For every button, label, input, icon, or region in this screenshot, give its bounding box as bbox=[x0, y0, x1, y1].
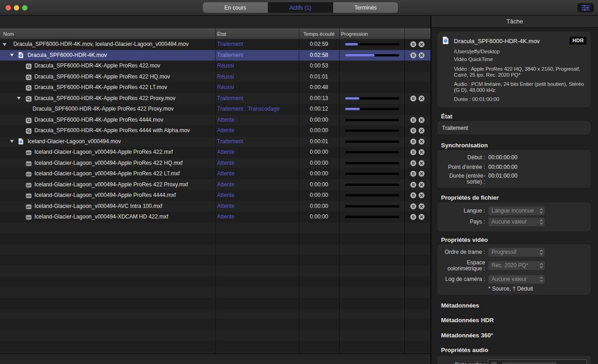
job-elapsed-time: 0:00:48 bbox=[299, 82, 339, 93]
pause-job-button[interactable] bbox=[410, 192, 416, 198]
field-label: Début : bbox=[437, 155, 485, 161]
progress-bar bbox=[345, 97, 399, 100]
langue-dropdown[interactable]: Langue inconnue bbox=[488, 207, 545, 215]
pause-job-button[interactable] bbox=[410, 128, 416, 134]
job-status: Traitement bbox=[217, 39, 243, 50]
segment-en-cours[interactable]: En cours bbox=[203, 2, 268, 13]
progress-bar bbox=[345, 119, 399, 121]
segment-actifs[interactable]: Actifs (1) bbox=[268, 2, 333, 13]
disclosure-triangle-icon[interactable] bbox=[10, 140, 14, 143]
audio-track-checkbox[interactable] bbox=[491, 362, 497, 364]
section-header-proprietes-video: Propriétés vidéo bbox=[441, 236, 488, 243]
column-header-temps-ecoule[interactable]: Temps écoulé bbox=[299, 29, 339, 39]
cancel-job-button[interactable] bbox=[419, 117, 425, 123]
job-status: Attente bbox=[217, 201, 235, 212]
job-kind: Vidéo QuickTime bbox=[454, 56, 587, 62]
column-header-etat[interactable]: État bbox=[217, 29, 226, 39]
minimize-window-button[interactable] bbox=[14, 5, 19, 11]
inspector-toggle-button[interactable] bbox=[577, 3, 594, 12]
cancel-job-button[interactable] bbox=[419, 139, 425, 145]
job-name: Dracula_SPF6000-HDR-4K.mov, Iceland-Glac… bbox=[13, 39, 189, 50]
progress-bar bbox=[345, 162, 399, 164]
column-header-progression[interactable]: Progression bbox=[341, 29, 368, 39]
pause-job-button[interactable] bbox=[410, 52, 416, 58]
column-header-nom[interactable]: Nom bbox=[3, 29, 14, 39]
field-label: Durée (entrée-sortie) : bbox=[437, 173, 485, 185]
disclosure-triangle-icon[interactable] bbox=[3, 43, 6, 46]
column-divider bbox=[339, 28, 340, 353]
progress-bar bbox=[345, 173, 399, 175]
progress-bar bbox=[345, 151, 399, 153]
disclosure-triangle-icon[interactable] bbox=[17, 97, 21, 100]
pause-job-button[interactable] bbox=[410, 139, 416, 145]
title-bar: En coursActifs (1)Terminés bbox=[0, 0, 598, 16]
cancel-job-button[interactable] bbox=[419, 203, 425, 209]
job-status: Attente bbox=[217, 158, 235, 169]
job-name: Dracula_SPF6000-HDR-4K-Apple ProRes 422.… bbox=[34, 61, 160, 72]
cancel-job-button[interactable] bbox=[419, 149, 425, 155]
quicktime-output-icon bbox=[26, 74, 32, 82]
field-label: Ordre de trame : bbox=[437, 249, 485, 255]
section-header-proprietes-audio: Propriétés audio bbox=[441, 347, 488, 353]
pause-job-button[interactable] bbox=[410, 171, 416, 177]
field-label: Pays : bbox=[437, 219, 485, 225]
cancel-job-button[interactable] bbox=[419, 41, 425, 47]
batch-table: Nom État Temps écoulé Progression Dracul… bbox=[0, 16, 430, 364]
video-properties-card: Ordre de trame : Progressif Espace color… bbox=[437, 244, 591, 295]
job-name: Iceland-Glacier-Lagoon_v000494-Apple Pro… bbox=[34, 158, 183, 169]
quicktime-output-icon bbox=[26, 95, 32, 104]
mxf-output-icon: MXF bbox=[26, 182, 32, 190]
pause-job-button[interactable] bbox=[410, 149, 416, 155]
pause-job-button[interactable] bbox=[410, 95, 416, 101]
job-name: Dracula_SPF6000-HDR-4K.mov bbox=[28, 50, 107, 61]
ordre-de-trame-dropdown[interactable]: Progressif bbox=[488, 248, 545, 257]
dropdown-value: Aucune valeur bbox=[492, 276, 527, 282]
job-elapsed-time: 0:00:00 bbox=[299, 147, 339, 158]
cancel-job-button[interactable] bbox=[419, 171, 425, 177]
pays-dropdown[interactable]: Aucune valeur bbox=[488, 218, 545, 226]
close-window-button[interactable] bbox=[6, 5, 11, 11]
zoom-window-button[interactable] bbox=[22, 5, 28, 11]
cancel-job-button[interactable] bbox=[419, 95, 425, 101]
table-footer-bar bbox=[0, 353, 430, 364]
progress-bar bbox=[345, 43, 399, 45]
espace-colorimetrique-dropdown[interactable]: Rec. 2020 PQ* bbox=[488, 261, 545, 270]
mxf-output-icon: MXF bbox=[26, 203, 32, 212]
etat-value: Traitement bbox=[442, 125, 468, 131]
job-name: Dracula_SPF6000-HDR-4K-Apple ProRes 422 … bbox=[34, 82, 167, 93]
job-status: Réussi bbox=[217, 61, 234, 72]
dropdown-value: Rec. 2020 PQ* bbox=[492, 262, 528, 269]
pause-job-button[interactable] bbox=[410, 203, 416, 209]
pause-job-button[interactable] bbox=[410, 160, 416, 166]
synchronisation-card: Début : 00:00:00:00 Point d’entrée : 00:… bbox=[437, 150, 591, 188]
audio-track-dropdown[interactable]: Stéréo (G D) bbox=[502, 362, 557, 364]
cancel-job-button[interactable] bbox=[419, 214, 425, 220]
quicktime-movie-file-icon bbox=[442, 36, 449, 45]
pause-job-button[interactable] bbox=[410, 41, 416, 47]
segment-termines[interactable]: Terminés bbox=[333, 2, 398, 13]
chevron-up-down-icon bbox=[539, 219, 543, 225]
pause-job-button[interactable] bbox=[410, 214, 416, 220]
job-path: /Users/jeffy/Desktop bbox=[454, 49, 587, 55]
disclosure-triangle-icon[interactable] bbox=[10, 54, 14, 56]
job-status: Attente bbox=[217, 212, 235, 223]
job-elapsed-time: 0:02:58 bbox=[299, 50, 339, 61]
progress-bar bbox=[345, 216, 399, 218]
job-name: Dracula_SPF6000-HDR-4K-Apple ProRes 422 … bbox=[33, 104, 173, 115]
svg-text:MXF: MXF bbox=[27, 152, 31, 154]
pause-job-button[interactable] bbox=[410, 117, 416, 123]
cancel-job-button[interactable] bbox=[419, 182, 425, 188]
cancel-job-button[interactable] bbox=[419, 128, 425, 134]
job-status: Traitement bbox=[217, 50, 243, 61]
progress-bar bbox=[345, 54, 399, 56]
cancel-job-button[interactable] bbox=[419, 52, 425, 58]
job-elapsed-time: 0:01:01 bbox=[299, 72, 339, 83]
cancel-job-button[interactable] bbox=[419, 160, 425, 166]
log-de-camera-dropdown[interactable]: Aucune valeur bbox=[488, 275, 545, 284]
cancel-job-button[interactable] bbox=[419, 192, 425, 198]
etat-card: Traitement bbox=[437, 121, 591, 134]
section-header-proprietes-de-fichier: Propriétés de fichier bbox=[441, 194, 499, 201]
job-elapsed-time: 0:00:53 bbox=[299, 61, 339, 72]
pause-job-button[interactable] bbox=[410, 182, 416, 188]
progress-bar bbox=[345, 140, 399, 143]
